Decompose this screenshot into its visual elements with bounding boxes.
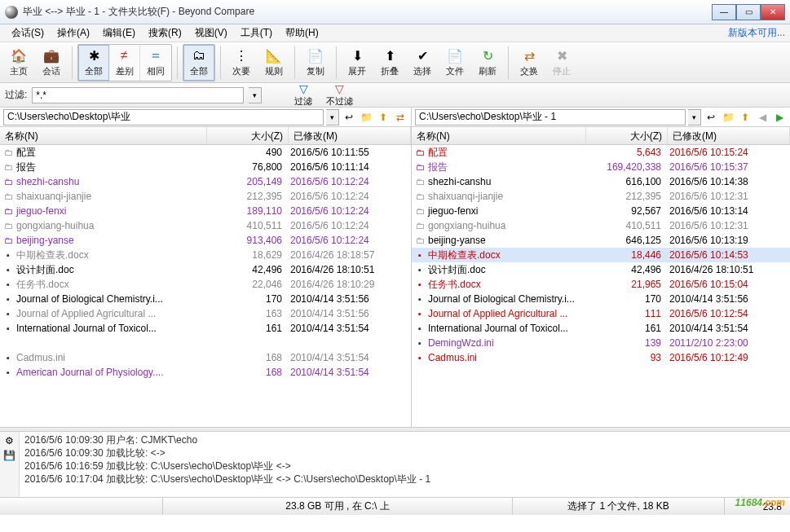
file-row[interactable]: 🗀shezhi-canshu616,1002016/5/6 10:14:38	[412, 174, 790, 189]
collapse-button[interactable]: ⬆折叠	[374, 45, 405, 81]
menu-search[interactable]: 搜索(R)	[142, 24, 188, 42]
menu-action[interactable]: 操作(A)	[51, 24, 96, 42]
show-same-button[interactable]: ＝相同	[140, 45, 171, 81]
right-up-button[interactable]: ⬆	[738, 110, 752, 125]
col-name[interactable]: 名称(N)	[412, 127, 586, 144]
right-browse-button[interactable]: 📁	[721, 110, 735, 125]
left-swap-button[interactable]: ⇄	[393, 110, 408, 125]
right-nav-fwd[interactable]: ▶	[772, 110, 787, 125]
filter-clear-button[interactable]: ▽不过滤	[324, 82, 355, 108]
left-history-button[interactable]: ↩	[342, 110, 356, 125]
rules-icon: 📐	[266, 47, 282, 64]
minor-icon: ⋮	[233, 47, 249, 64]
file-row[interactable]: ▪任务书.docx21,9652016/5/6 10:15:04	[412, 277, 790, 292]
col-size[interactable]: 大小(Z)	[207, 127, 289, 144]
stop-button[interactable]: ✖停止	[546, 45, 577, 81]
home-icon: 🏠	[11, 47, 27, 64]
col-modified[interactable]: 已修改(M)	[289, 127, 411, 144]
copy-button[interactable]: 📄复制	[300, 45, 331, 81]
files-button[interactable]: 📄文件	[439, 45, 470, 81]
file-row[interactable]: ▪Journal of Biological Chemistry.i...170…	[0, 292, 411, 306]
file-row[interactable]: ▪International Journal of Toxicol...1612…	[412, 321, 790, 336]
file-date: 2016/5/6 10:13:19	[666, 235, 788, 246]
file-name: Journal of Applied Agricultural ...	[426, 308, 585, 319]
left-path-dropdown[interactable]: ▾	[326, 109, 339, 125]
menu-help[interactable]: 帮助(H)	[279, 24, 325, 42]
file-row[interactable]: 🗀jieguo-fenxi92,5672016/5/6 10:13:14	[412, 204, 790, 218]
menu-view[interactable]: 视图(V)	[188, 24, 234, 42]
right-path-input[interactable]	[415, 109, 686, 125]
filter-input[interactable]	[32, 87, 244, 103]
close-button[interactable]: ✕	[761, 4, 785, 20]
file-row[interactable]: ▪设计封面.doc42,4962016/4/26 18:10:51	[412, 262, 790, 277]
col-modified[interactable]: 已修改(M)	[668, 127, 790, 144]
file-row[interactable]: 🗀shezhi-canshu205,1492016/5/6 10:12:24	[0, 174, 411, 189]
minor-button[interactable]: ⋮次要	[226, 45, 257, 81]
file-row[interactable]: 🗀gongxiang-huihua410,5112016/5/6 10:12:3…	[412, 218, 790, 233]
right-nav-back[interactable]: ◀	[755, 110, 770, 125]
file-row[interactable]: 🗀beijing-yanse913,4062016/5/6 10:12:24	[0, 233, 411, 248]
struct-all-button[interactable]: 🗂全部	[183, 45, 214, 81]
file-row[interactable]: ▪Journal of Applied Agricultural ...1632…	[0, 306, 411, 321]
update-link[interactable]: 新版本可用...	[728, 26, 785, 40]
compare-panels: 名称(N) 大小(Z) 已修改(M) 🗀配置4902016/5/6 10:11:…	[0, 127, 790, 427]
file-row[interactable]: 🗀报告169,420,3382016/5/6 10:15:37	[412, 160, 790, 174]
file-row[interactable]	[0, 336, 411, 350]
save-log-icon[interactable]: 💾	[3, 450, 15, 461]
file-row[interactable]: 🗀报告76,8002016/5/6 10:11:14	[0, 160, 411, 174]
show-diff-button[interactable]: ≠差别	[109, 45, 140, 81]
file-row[interactable]: ▪设计封面.doc42,4962016/4/26 18:10:51	[0, 262, 411, 277]
file-row[interactable]: ▪Journal of Applied Agricultural ...1112…	[412, 306, 790, 321]
swap-button[interactable]: ⇄交换	[514, 45, 545, 81]
main-toolbar: 🏠主页 💼会话 ✱全部 ≠差别 ＝相同 🗂全部 ⋮次要 📐规则 📄复制 ⬇展开 …	[0, 42, 790, 83]
file-row[interactable]: ▪中期检查表.docx18,4462016/5/6 10:14:53	[412, 248, 790, 262]
right-file-list[interactable]: 🗀配置5,6432016/5/6 10:15:24🗀报告169,420,3382…	[412, 145, 790, 427]
left-path-input[interactable]	[3, 109, 324, 125]
file-name: DemingWzd.ini	[426, 337, 585, 349]
file-row[interactable]: 🗀shaixuanqi-jianjie212,3952016/5/6 10:12…	[412, 189, 790, 204]
file-row[interactable]: ▪Cadmus.ini932016/5/6 10:12:49	[412, 350, 790, 365]
file-row[interactable]: 🗀配置5,6432016/5/6 10:15:24	[412, 145, 790, 160]
right-history-button[interactable]: ↩	[704, 110, 718, 125]
briefcase-icon: 💼	[43, 47, 60, 64]
file-row[interactable]: ▪中期检查表.docx18,6292016/4/26 18:18:57	[0, 248, 411, 262]
file-row[interactable]: 🗀jieguo-fenxi189,1102016/5/6 10:12:24	[0, 204, 411, 218]
minimize-button[interactable]: —	[712, 4, 736, 20]
rules-button[interactable]: 📐规则	[258, 45, 289, 81]
gear-icon[interactable]: ⚙	[5, 435, 14, 446]
file-row[interactable]: ▪任务书.docx22,0462016/4/26 18:10:29	[0, 277, 411, 292]
log-text[interactable]: 2016/5/6 10:09:30 用户名: CJMKT\echo2016/5/…	[20, 432, 790, 497]
menu-edit[interactable]: 编辑(E)	[96, 24, 142, 42]
left-file-list[interactable]: 🗀配置4902016/5/6 10:11:55🗀报告76,8002016/5/6…	[0, 145, 411, 427]
file-row[interactable]: 🗀gongxiang-huihua410,5112016/5/6 10:12:2…	[0, 218, 411, 233]
show-all-button[interactable]: ✱全部	[78, 45, 109, 81]
file-name: 设计封面.doc	[426, 263, 585, 277]
file-name: 任务书.docx	[426, 278, 585, 292]
filter-dropdown[interactable]: ▾	[249, 87, 262, 103]
file-row[interactable]: ▪Cadmus.ini1682010/4/14 3:51:54	[0, 350, 411, 365]
home-button[interactable]: 🏠主页	[3, 45, 34, 81]
sessions-button[interactable]: 💼会话	[36, 45, 67, 81]
select-button[interactable]: ✔选择	[407, 45, 438, 81]
left-up-button[interactable]: ⬆	[376, 110, 391, 125]
maximize-button[interactable]: ▭	[736, 4, 761, 20]
menu-session[interactable]: 会话(S)	[5, 24, 51, 42]
file-row[interactable]: ▪Journal of Biological Chemistry.i...170…	[412, 292, 790, 306]
col-size[interactable]: 大小(Z)	[586, 127, 668, 144]
left-browse-button[interactable]: 📁	[359, 110, 373, 125]
file-row[interactable]: 🗀shaixuanqi-jianjie212,3952016/5/6 10:12…	[0, 189, 411, 204]
file-row[interactable]: ▪American Journal of Physiology....16820…	[0, 365, 411, 380]
file-row[interactable]: 🗀配置4902016/5/6 10:11:55	[0, 145, 411, 160]
structure-group: 🗂全部	[183, 44, 215, 81]
right-path-dropdown[interactable]: ▾	[688, 109, 701, 125]
menu-bar: 会话(S) 操作(A) 编辑(E) 搜索(R) 视图(V) 工具(T) 帮助(H…	[0, 24, 790, 42]
refresh-button[interactable]: ↻刷新	[472, 45, 503, 81]
file-row[interactable]: ▪DemingWzd.ini1392011/2/10 2:23:00	[412, 336, 790, 350]
filter-apply-button[interactable]: ▽过滤	[288, 82, 319, 108]
file-size: 42,496	[585, 264, 666, 275]
file-row[interactable]: ▪International Journal of Toxicol...1612…	[0, 321, 411, 336]
menu-tools[interactable]: 工具(T)	[234, 24, 279, 42]
col-name[interactable]: 名称(N)	[0, 127, 207, 144]
file-row[interactable]: 🗀beijing-yanse646,1252016/5/6 10:13:19	[412, 233, 790, 248]
expand-button[interactable]: ⬇展开	[342, 45, 373, 81]
